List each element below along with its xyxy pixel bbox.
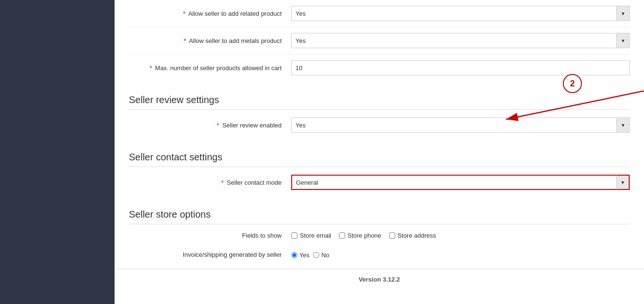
related-product-select-wrapper: Yes No ▼: [291, 6, 630, 21]
seller-review-select-wrapper: Yes No ▼: [291, 117, 630, 133]
invoice-no-label[interactable]: No: [313, 252, 329, 259]
seller-contact-mode-text: Seller contact mode: [227, 179, 282, 186]
seller-store-section: Fields to show Store email Store phone S…: [115, 226, 644, 265]
invoice-row: Invoice/shipping generated by seller Yes…: [129, 245, 630, 265]
main-content: * Allow seller to add related product Ye…: [115, 0, 644, 304]
store-address-checkbox[interactable]: [389, 232, 395, 239]
store-email-checkbox[interactable]: [291, 232, 297, 239]
max-products-input[interactable]: [291, 60, 630, 75]
seller-review-select[interactable]: Yes No: [291, 117, 630, 133]
metals-product-label: * Allow seller to add metals product: [129, 37, 291, 44]
seller-review-enabled-row: * Seller review enabled Yes No ▼: [129, 112, 630, 138]
store-phone-checkbox-label[interactable]: Store phone: [339, 232, 381, 239]
seller-store-heading-row: Seller store options: [115, 196, 644, 224]
seller-review-section: * Seller review enabled Yes No ▼: [115, 112, 644, 138]
related-product-label: * Allow seller to add related product: [129, 10, 291, 17]
required-star-3: *: [149, 64, 152, 72]
metals-product-select[interactable]: Yes No: [291, 33, 630, 48]
invoice-radio-group: Yes No: [291, 252, 329, 259]
form-section: * Allow seller to add related product Ye…: [115, 0, 644, 81]
metals-product-label-text: Allow seller to add metals product: [189, 37, 282, 44]
seller-review-enabled-text: Seller review enabled: [222, 122, 282, 129]
seller-review-heading-row: Seller review settings: [115, 81, 644, 110]
seller-review-heading: Seller review settings: [129, 87, 630, 110]
max-products-row: * Max. number of seller products allowed…: [129, 54, 630, 81]
store-address-checkbox-label[interactable]: Store address: [389, 232, 436, 239]
fields-checkboxes-group: Store email Store phone Store address: [291, 232, 436, 239]
invoice-yes-radio[interactable]: [291, 252, 297, 258]
store-address-label: Store address: [398, 232, 436, 239]
related-product-row: * Allow seller to add related product Ye…: [129, 0, 630, 27]
invoice-no-radio[interactable]: [313, 252, 319, 258]
invoice-yes-label[interactable]: Yes: [291, 252, 309, 259]
seller-contact-mode-select[interactable]: General Custom: [291, 175, 630, 190]
invoice-label: Invoice/shipping generated by seller: [129, 251, 291, 259]
required-star-5: *: [221, 179, 223, 186]
sidebar: [0, 0, 115, 304]
seller-contact-section: * Seller contact mode General Custom ▼: [115, 169, 644, 196]
seller-contact-heading-row: Seller contact settings: [115, 138, 644, 167]
seller-contact-mode-label: * Seller contact mode: [129, 179, 291, 186]
required-star-4: *: [217, 122, 219, 129]
max-products-label: * Max. number of seller products allowed…: [129, 64, 291, 72]
seller-store-heading: Seller store options: [129, 201, 630, 224]
store-phone-checkbox[interactable]: [339, 232, 345, 239]
seller-contact-mode-row: * Seller contact mode General Custom ▼: [129, 169, 630, 196]
store-phone-label: Store phone: [348, 232, 381, 239]
invoice-yes-text: Yes: [299, 252, 309, 259]
metals-product-row: * Allow seller to add metals product Yes…: [129, 27, 630, 54]
related-product-label-text: Allow seller to add related product: [188, 10, 282, 17]
seller-contact-mode-select-wrapper: General Custom ▼: [291, 175, 630, 190]
seller-review-enabled-label: * Seller review enabled: [129, 122, 291, 129]
store-email-checkbox-label[interactable]: Store email: [291, 232, 331, 239]
max-products-label-text: Max. number of seller products allowed i…: [155, 64, 282, 72]
invoice-no-text: No: [321, 252, 329, 259]
fields-to-show-row: Fields to show Store email Store phone S…: [129, 226, 630, 245]
footer-version: Version 3.12.2: [115, 269, 644, 290]
fields-to-show-label: Fields to show: [129, 232, 291, 239]
metals-product-select-wrapper: Yes No ▼: [291, 33, 630, 48]
related-product-select[interactable]: Yes No: [291, 6, 630, 21]
required-star-2: *: [184, 37, 186, 44]
required-star: *: [183, 10, 185, 17]
seller-contact-heading: Seller contact settings: [129, 144, 630, 167]
store-email-label: Store email: [300, 232, 331, 239]
